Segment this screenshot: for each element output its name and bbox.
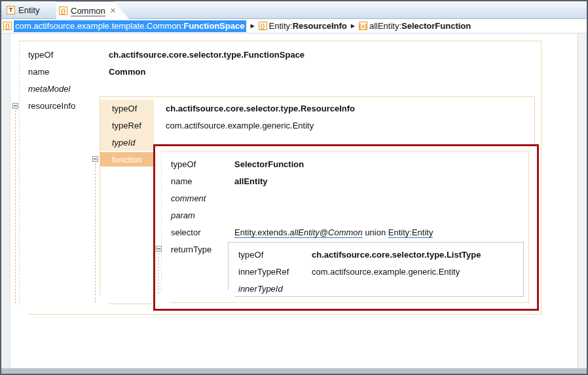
tree-guide xyxy=(95,163,96,302)
property-label[interactable]: innerTypeId xyxy=(229,284,312,294)
property-row-name[interactable]: name allEntity xyxy=(162,172,528,189)
property-label[interactable]: typeId xyxy=(100,134,154,151)
property-label[interactable]: param xyxy=(162,210,234,220)
tab-common[interactable]: {} Common ✕ xyxy=(56,1,132,20)
property-label[interactable]: returnType xyxy=(162,245,234,254)
selector-operator: union xyxy=(363,227,388,237)
tab-entity[interactable]: T Entity xyxy=(4,1,58,18)
collapse-toggle-resourceinfo[interactable] xyxy=(12,103,18,109)
property-row-typeref[interactable]: typeRef com.actifsource.example.generic.… xyxy=(100,117,534,134)
property-row-selector[interactable]: selector Entity.extends.allEntity@Common… xyxy=(162,224,528,241)
breadcrumb-bold: ResourceInfo xyxy=(293,21,347,31)
resource-icon: {} xyxy=(59,7,67,15)
property-value[interactable]: ch.actifsource.core.selector.type.ListTy… xyxy=(312,250,481,260)
property-label[interactable]: name xyxy=(20,67,109,77)
resource-icon: {} xyxy=(259,22,267,30)
property-label[interactable]: name xyxy=(162,176,234,186)
property-row-metamodel[interactable]: metaModel xyxy=(20,80,541,97)
tab-common-label: Common xyxy=(71,6,105,16)
tab-bar: T Entity {} Common ✕ xyxy=(1,1,587,19)
property-label[interactable]: metaModel xyxy=(20,84,109,94)
property-value[interactable]: allEntity xyxy=(234,176,268,186)
vertical-scrollbar[interactable] xyxy=(578,33,587,368)
tab-entity-label: Entity xyxy=(18,5,40,15)
template-icon: T xyxy=(7,6,15,14)
property-row-name[interactable]: name Common xyxy=(20,63,541,80)
property-label[interactable]: resourceInfo xyxy=(20,101,109,111)
property-label[interactable]: selector xyxy=(162,227,234,237)
tree-guide xyxy=(15,110,16,304)
selector-icon: {s} xyxy=(359,22,367,30)
property-value[interactable]: com.actifsource.example.generic.Entity xyxy=(154,121,314,130)
breadcrumb-prefix: Entity: xyxy=(269,21,293,31)
chevron-right-icon: ▶ xyxy=(351,23,355,29)
selector-link[interactable]: allEntity@Common xyxy=(289,227,362,237)
property-label[interactable]: comment xyxy=(162,193,234,203)
property-label[interactable]: typeOf xyxy=(229,250,312,260)
listtype-panel: typeOf ch.actifsource.core.selector.type… xyxy=(228,242,524,297)
property-label[interactable]: typeOf xyxy=(162,159,234,169)
property-row-innertypeid[interactable]: innerTypeId xyxy=(229,280,523,297)
property-value[interactable]: ch.actifsource.core.selector.type.Functi… xyxy=(109,50,304,60)
property-value[interactable]: com.actifsource.example.generic.Entity xyxy=(312,267,460,277)
breadcrumb-bold: FunctionSpace xyxy=(183,21,244,31)
property-row-comment[interactable]: comment xyxy=(162,189,528,207)
breadcrumb-item-resourceinfo[interactable]: {} Entity:ResourceInfo xyxy=(259,21,347,31)
selector-link[interactable]: Entity:Entity xyxy=(388,227,433,237)
property-row-typeof[interactable]: typeOf ch.actifsource.core.selector.type… xyxy=(100,100,534,117)
collapse-toggle-returntype[interactable] xyxy=(156,246,162,252)
selection-border: typeOf SelectorFunction name allEntity c… xyxy=(153,144,539,311)
breadcrumb-bold: SelectorFunction xyxy=(401,21,471,31)
property-row-param[interactable]: param xyxy=(162,207,528,224)
window-bottom-edge xyxy=(1,368,587,374)
property-label[interactable]: innerTypeRef xyxy=(229,267,312,277)
breadcrumb-item-functionspace[interactable]: {} com.actifsource.example.template.Comm… xyxy=(3,20,246,32)
breadcrumb-prefix: allEntity: xyxy=(369,21,401,31)
property-row-innertyperef[interactable]: innerTypeRef com.actifsource.example.gen… xyxy=(229,263,523,280)
property-row-typeof[interactable]: typeOf ch.actifsource.core.selector.type… xyxy=(229,246,523,263)
selector-expression: Entity.extends.allEntity@Common union En… xyxy=(234,227,433,237)
editor-canvas: typeOf ch.actifsource.core.selector.type… xyxy=(1,33,587,368)
editor-window: T Entity {} Common ✕ {} com.actifsource.… xyxy=(0,0,588,375)
property-row-typeof[interactable]: typeOf ch.actifsource.core.selector.type… xyxy=(20,46,541,63)
breadcrumb: {} com.actifsource.example.template.Comm… xyxy=(1,19,587,33)
property-label[interactable]: typeRef xyxy=(100,117,154,134)
close-icon[interactable]: ✕ xyxy=(110,7,116,15)
resource-icon: {} xyxy=(3,22,12,30)
selectorfunction-panel: typeOf SelectorFunction name allEntity c… xyxy=(161,151,529,303)
breadcrumb-prefix: com.actifsource.example.template.Common: xyxy=(15,21,183,31)
property-row-typeof[interactable]: typeOf SelectorFunction xyxy=(162,155,528,172)
chevron-right-icon: ▶ xyxy=(250,23,254,29)
property-label[interactable]: function xyxy=(100,152,154,167)
selector-link[interactable]: Entity.extends. xyxy=(234,227,289,237)
property-label[interactable]: typeOf xyxy=(100,100,154,117)
property-label[interactable]: typeOf xyxy=(20,50,109,60)
property-value[interactable]: Common xyxy=(109,67,145,77)
breadcrumb-item-selectorfunction[interactable]: {s} allEntity:SelectorFunction xyxy=(359,21,471,31)
property-value[interactable]: ch.actifsource.core.selector.type.Resour… xyxy=(154,104,355,113)
collapse-toggle-function[interactable] xyxy=(92,156,98,162)
editor-left-margin xyxy=(1,33,10,368)
property-value[interactable]: SelectorFunction xyxy=(234,159,304,169)
tree-guide xyxy=(158,253,159,294)
